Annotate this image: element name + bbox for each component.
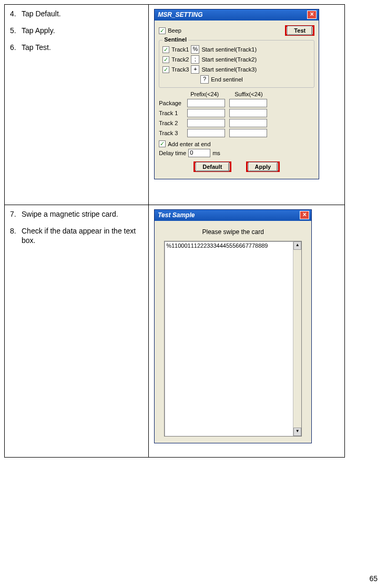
step-number: 5. <box>10 26 16 35</box>
sentinel-group: Sentinel Track1 % Start sentinel(Track1) <box>159 40 314 88</box>
screenshot-cell-top: MSR_SETTING × Beep Test Sentine <box>149 5 345 205</box>
checkbox-icon <box>162 66 169 73</box>
add-enter-checkbox[interactable]: Add enter at end <box>159 140 210 147</box>
delay-label: Delay time <box>159 150 186 156</box>
track2-suffix-input[interactable] <box>229 119 267 127</box>
track2-chk-label: Track2 <box>171 56 189 63</box>
beep-label: Beep <box>168 27 181 34</box>
delay-unit: ms <box>212 150 220 156</box>
delay-input[interactable]: 0 <box>188 149 210 157</box>
track3-checkbox[interactable]: Track3 <box>162 66 189 73</box>
track3-chk-label: Track3 <box>171 66 189 73</box>
package-label: Package <box>159 100 185 106</box>
add-enter-label: Add enter at end <box>168 141 210 147</box>
track1-checkbox[interactable]: Track1 <box>162 46 189 53</box>
track3-sentinel-input[interactable]: + <box>191 65 199 74</box>
highlight-box-apply: Apply <box>246 161 280 172</box>
checkbox-icon <box>162 56 169 63</box>
track1-chk-label: Track1 <box>171 46 189 53</box>
window-title: Test Sample <box>158 211 195 219</box>
swipe-message: Please swipe the card <box>202 228 263 236</box>
beep-checkbox[interactable]: Beep <box>159 27 181 34</box>
track1-sentinel-input[interactable]: % <box>191 45 199 54</box>
track2-checkbox[interactable]: Track2 <box>162 56 189 63</box>
checkbox-icon <box>159 140 166 147</box>
suffix-header: Suffix(<24) <box>235 91 262 97</box>
track1-suffix-input[interactable] <box>229 109 267 117</box>
step-number: 7. <box>10 209 16 219</box>
track3-label: Track 3 <box>159 130 185 136</box>
step-number: 6. <box>10 43 16 52</box>
msr-setting-dialog: MSR_SETTING × Beep Test Sentine <box>154 9 319 179</box>
end-sentinel-input[interactable]: ? <box>200 75 209 84</box>
step-number: 8. <box>10 226 16 236</box>
track3-suffix-input[interactable] <box>229 129 267 137</box>
track2-start-label: Start sentinel(Track2) <box>201 56 257 63</box>
package-prefix-input[interactable] <box>187 99 225 107</box>
instruction-table: 4. Tap Default. 5. Tap Apply. 6. Tap Tes… <box>4 4 345 458</box>
track3-prefix-input[interactable] <box>187 129 225 137</box>
list-item: 5. Tap Apply. <box>10 26 143 35</box>
highlight-box-test: Test <box>285 25 314 36</box>
track2-label: Track 2 <box>159 120 185 126</box>
list-item: 8. Check if the data appear in the text … <box>10 226 143 245</box>
track1-label: Track 1 <box>159 110 185 116</box>
scroll-down-icon[interactable]: ▼ <box>293 428 301 436</box>
step-text: Tap Test. <box>22 43 51 52</box>
list-item: 4. Tap Default. <box>10 9 143 18</box>
list-item: 7. Swipe a magnetic stripe card. <box>10 209 143 219</box>
titlebar: Test Sample × <box>155 210 311 221</box>
test-sample-dialog: Test Sample × Please swipe the card %110… <box>154 209 312 443</box>
track2-sentinel-input[interactable]: ; <box>191 55 199 64</box>
step-number: 4. <box>10 9 16 18</box>
default-button[interactable]: Default <box>196 162 229 171</box>
track2-prefix-input[interactable] <box>187 119 225 127</box>
test-button[interactable]: Test <box>287 26 312 35</box>
step-text: Swipe a magnetic stripe card. <box>22 210 118 218</box>
list-item: 6. Tap Test. <box>10 43 143 52</box>
step-text: Check if the data appear in the text box… <box>22 227 136 245</box>
close-icon[interactable]: × <box>300 211 309 219</box>
close-icon[interactable]: × <box>307 11 317 19</box>
scrollbar[interactable]: ▲ ▼ <box>293 241 301 436</box>
track1-prefix-input[interactable] <box>187 109 225 117</box>
apply-button[interactable]: Apply <box>248 162 278 171</box>
checkbox-icon <box>162 46 169 53</box>
end-sentinel-label: End sentinel <box>211 76 243 83</box>
step-text: Tap Default. <box>22 9 61 18</box>
sentinel-legend: Sentinel <box>162 36 188 43</box>
card-data-textbox[interactable]: %110001112223334445556667778889 ▲ ▼ <box>164 241 302 437</box>
track3-start-label: Start sentinel(Track3) <box>201 66 257 73</box>
step-text: Tap Apply. <box>22 26 55 35</box>
scroll-up-icon[interactable]: ▲ <box>293 241 301 250</box>
window-title: MSR_SETTING <box>158 11 202 18</box>
track1-start-label: Start sentinel(Track1) <box>201 46 257 53</box>
checkbox-icon <box>159 27 166 34</box>
prefix-header: Prefix(<24) <box>190 91 219 97</box>
screenshot-cell-bottom: Test Sample × Please swipe the card %110… <box>149 205 345 458</box>
instructions-cell-bottom: 7. Swipe a magnetic stripe card. 8. Chec… <box>5 205 149 458</box>
package-suffix-input[interactable] <box>229 99 267 107</box>
instructions-cell-top: 4. Tap Default. 5. Tap Apply. 6. Tap Tes… <box>5 5 149 205</box>
titlebar: MSR_SETTING × <box>155 9 319 21</box>
highlight-box-default: Default <box>194 161 231 172</box>
card-data-value: %110001112223334445556667778889 <box>166 242 268 249</box>
